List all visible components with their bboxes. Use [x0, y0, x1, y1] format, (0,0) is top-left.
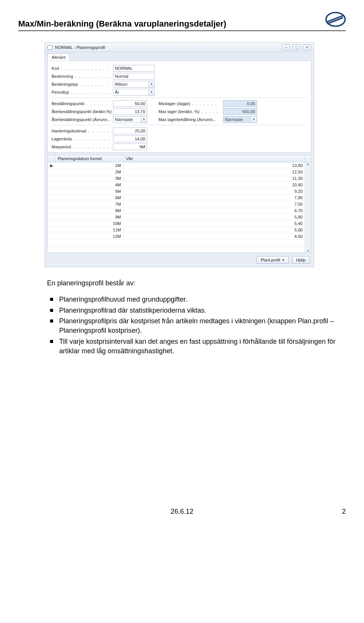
maximize-button[interactable]: ▢: [292, 44, 301, 50]
label-periodtyp: Periodtyp . . . . . . . . . . .: [52, 90, 113, 94]
bullet-item: Planeringsprofilhuvud med grunduppgifter…: [47, 295, 346, 304]
label-aterbest-pct: Återbeställningspunkt (beäkn.%): [52, 109, 113, 114]
cell-vikt[interactable]: 5,00: [124, 228, 305, 232]
label-maxlager-dagar: Maxlager (dagar) . . . . . . .: [158, 101, 223, 106]
table-row[interactable]: [48, 246, 311, 253]
table-row[interactable]: 7M7,50: [48, 201, 311, 208]
cell-date[interactable]: 4M: [55, 182, 124, 187]
tab-allmant[interactable]: Allmänt: [47, 53, 70, 61]
bullet-item: Planeringsprofilpris där kostpriset från…: [47, 316, 346, 335]
cell-vikt[interactable]: 7,90: [124, 195, 305, 200]
field-beskrivning[interactable]: Normal: [113, 73, 155, 80]
label-aterbest-avrunn: Återbeställningspunkt (Avrunn...: [52, 117, 113, 122]
table-row[interactable]: 8M6,70: [48, 208, 311, 214]
cell-date[interactable]: 7M: [55, 202, 124, 206]
bullet-item: Till varje kostprisintervall kan det ang…: [47, 337, 346, 356]
app-icon: [47, 45, 53, 50]
field-berakningstyp[interactable]: Wilson: [113, 81, 149, 88]
grid-header-date[interactable]: Planeringsdatum formel: [55, 155, 124, 162]
table-row[interactable]: 11M5,00: [48, 227, 311, 233]
cell-vikt[interactable]: 7,50: [124, 202, 305, 206]
dropdown-berakningstyp-icon[interactable]: ▼: [149, 81, 155, 88]
table-row[interactable]: 3M11,30: [48, 175, 311, 182]
label-maxperiod: Maxperiod . . . . . . . . . . .: [52, 145, 113, 149]
window-titlebar: NORMAL - Planeringsprofil — ▢ ✕: [45, 43, 314, 52]
table-row[interactable]: 4M10,40: [48, 182, 311, 188]
cell-vikt[interactable]: 12,50: [124, 170, 305, 174]
table-row[interactable]: 9M5,80: [48, 214, 311, 220]
planlprofil-button[interactable]: Planl.profil ▼: [257, 256, 289, 264]
svg-point-0: [326, 13, 345, 26]
cell-vikt[interactable]: 13,80: [124, 163, 305, 168]
label-maxlager-pct: Max lager (beräkn. %) . . . . .: [158, 109, 223, 114]
cell-date[interactable]: 11M: [55, 228, 124, 232]
field-aterbest-avrunn[interactable]: Närmaste: [113, 116, 141, 123]
table-row[interactable]: 6M7,90: [48, 195, 311, 201]
bullet-item: Planeringsprofilrad där statistikperiode…: [47, 306, 346, 315]
table-row[interactable]: 5M9,20: [48, 188, 311, 195]
field-maxlager-dagar[interactable]: 0,00: [223, 100, 257, 107]
dropdown-periodtyp-icon[interactable]: ▼: [149, 89, 155, 96]
field-periodtyp[interactable]: År: [113, 89, 149, 96]
row-selector[interactable]: ▶: [48, 163, 55, 168]
minimize-button[interactable]: —: [282, 44, 290, 50]
window-title: NORMAL - Planeringsprofil: [55, 45, 105, 50]
cell-vikt[interactable]: 11,30: [124, 176, 305, 181]
label-beskrivning: Beskrivning . . . . . . . . . .: [52, 74, 113, 79]
label-bestallningspunkt: Beställningspunkt . . . . . .: [52, 101, 113, 106]
planning-grid[interactable]: Planeringsdatum formel Vikt ▲ ▼ ▶1M13,80…: [47, 155, 311, 253]
cell-vikt[interactable]: 6,70: [124, 208, 305, 213]
label-lagerranta: Lagerränta . . . . . . . . . .: [52, 137, 113, 141]
intro-text: En planeringsprofil består av:: [47, 278, 346, 288]
cell-date[interactable]: 6M: [55, 195, 124, 200]
cell-date[interactable]: 2M: [55, 170, 124, 174]
cell-date[interactable]: 1M: [55, 163, 124, 168]
field-maxperiod[interactable]: 9M: [113, 143, 147, 150]
cell-date[interactable]: 5M: [55, 189, 124, 194]
cell-date[interactable]: 8M: [55, 208, 124, 213]
cell-vikt[interactable]: 5,40: [124, 221, 305, 226]
field-kod[interactable]: NORMAL: [113, 65, 155, 72]
label-hanteringskostnad: Hanteringskostnad . . . . . . .: [52, 129, 113, 133]
label-kod: Kod . . . . . . . . . . . . .: [52, 66, 113, 71]
cell-vikt[interactable]: 4,50: [124, 234, 305, 239]
cell-date[interactable]: 10M: [55, 221, 124, 226]
grid-header-vikt[interactable]: Vikt: [124, 155, 305, 162]
label-berakningstyp: Beräkningstyp . . . . . . . .: [52, 82, 113, 87]
scroll-up-icon[interactable]: ▲: [307, 162, 310, 166]
table-row[interactable]: 2M12,50: [48, 169, 311, 175]
footer-date: 26.6.12: [171, 508, 193, 515]
footer-page-number: 2: [342, 508, 346, 516]
dropdown-aterbest-avrunn-icon[interactable]: ▼: [141, 116, 147, 123]
field-maxlager-avrunn[interactable]: Närmaste: [223, 116, 251, 123]
cell-date[interactable]: 9M: [55, 215, 124, 219]
cell-vikt[interactable]: 9,20: [124, 189, 305, 194]
table-row[interactable]: 10M5,40: [48, 220, 311, 227]
field-maxlager-pct[interactable]: 650,00: [223, 108, 257, 115]
field-aterbest-pct[interactable]: 13,70: [113, 108, 147, 115]
app-screenshot: NORMAL - Planeringsprofil — ▢ ✕ Allmänt …: [45, 42, 346, 267]
field-lagerranta[interactable]: 14,00: [113, 135, 147, 142]
field-bestallningspunkt[interactable]: 50,00: [113, 100, 147, 107]
page-title: Max/Min-beräkning (Beräkna varuplanering…: [18, 19, 226, 29]
cell-date[interactable]: 12M: [55, 234, 124, 239]
cell-vikt[interactable]: 5,80: [124, 215, 305, 219]
field-hanteringskostnad[interactable]: 25,00: [113, 127, 147, 134]
table-row[interactable]: ▶1M13,80: [48, 162, 311, 169]
grid-scrollbar[interactable]: ▲ ▼: [305, 162, 311, 253]
table-row[interactable]: [48, 240, 311, 246]
chevron-down-icon: ▼: [282, 258, 285, 262]
table-row[interactable]: 12M4,50: [48, 233, 311, 240]
label-maxlager-avrunn: Max lagerbehållning (Avrunni...: [158, 117, 223, 122]
dropdown-maxlager-avrunn-icon[interactable]: ▼: [251, 116, 257, 123]
cell-vikt[interactable]: 10,40: [124, 182, 305, 187]
hjalp-button[interactable]: Hjälp: [292, 256, 310, 264]
close-button[interactable]: ✕: [303, 44, 311, 50]
cell-date[interactable]: 3M: [55, 176, 124, 181]
scroll-down-icon[interactable]: ▼: [307, 249, 310, 253]
company-logo: [325, 11, 346, 29]
